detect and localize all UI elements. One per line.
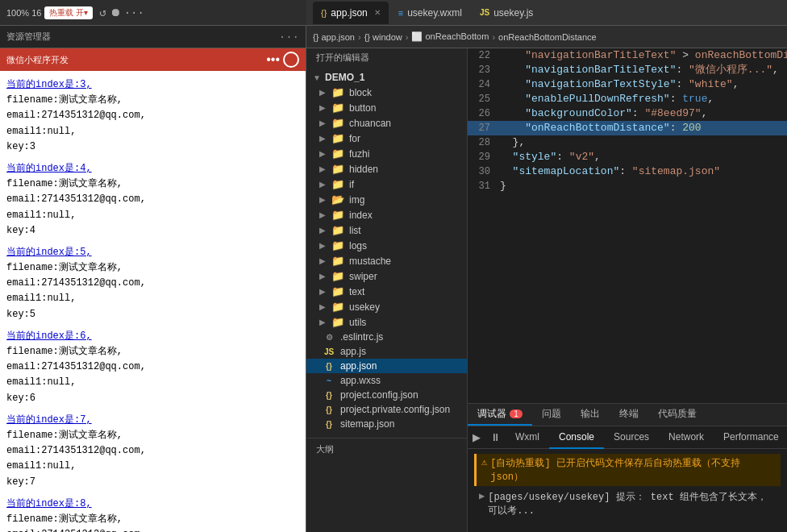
editor-panel: 22 "navigationBarTitleText" > onReachBot…: [468, 48, 787, 532]
debug-tab-network[interactable]: Network: [659, 426, 714, 449]
folder-arrow: ▶: [319, 88, 329, 97]
folder-icon: 📁: [331, 224, 344, 236]
entry-line: filename:测试文章名称,: [6, 512, 299, 527]
tree-folder-button[interactable]: ▶ 📁 button: [306, 100, 467, 115]
breadcrumb-sep3: ›: [492, 32, 495, 42]
tree-folder-block[interactable]: ▶ 📁 block: [306, 85, 467, 100]
stop-icon[interactable]: ⏺: [110, 6, 121, 19]
folder-label: text: [349, 286, 364, 297]
phone-toolbar: 100% 16 热重载 开▾ ↺ ⏺ ···: [0, 0, 306, 25]
tree-folder-mustache[interactable]: ▶ 📁 mustache: [306, 253, 467, 268]
refresh-icon[interactable]: ↺: [99, 6, 106, 19]
breadcrumb-onreachbottom[interactable]: ⬜ onReachBottom: [411, 31, 489, 42]
debug-tab-console[interactable]: Console: [549, 426, 604, 449]
tree-folder-if[interactable]: ▶ 📁 if: [306, 177, 467, 192]
code-area[interactable]: 22 "navigationBarTitleText" > onReachBot…: [468, 48, 787, 403]
code-token-key: "backgroundColor": [525, 107, 632, 119]
sidebar-more-icon[interactable]: ···: [279, 31, 299, 44]
phone-entry-5: 当前的index是:5,filename:测试文章名称,email:271435…: [6, 245, 299, 322]
tree-file--eslintrc.js[interactable]: ⚙ .eslintrc.js: [306, 330, 467, 344]
entry-line: email:2714351312@qq.com,: [6, 443, 299, 459]
tree-file-sitemap-json[interactable]: {} sitemap.json: [306, 417, 467, 431]
debug-tab-sources[interactable]: Sources: [604, 426, 659, 449]
code-token-key: "enablePullDownRefresh": [525, 93, 669, 105]
tab-terminal[interactable]: 终端: [610, 404, 648, 426]
tree-file-project-private.config.json[interactable]: {} project.private.config.json: [306, 402, 467, 417]
tree-folder-chuancan[interactable]: ▶ 📁 chuancan: [306, 115, 467, 131]
tab-usekey-wxml[interactable]: ≡ usekey.wxml: [390, 2, 470, 24]
entry-line: email:2714351312@qq.com,: [6, 360, 299, 375]
folder-icon: 📁: [331, 301, 344, 313]
project-arrow: ▼: [313, 73, 323, 82]
folder-label: index: [349, 210, 373, 221]
toolbar-row: 资源管理器 ··· {} app.json › {} window › ⬜ on…: [0, 26, 787, 48]
console-run-btn[interactable]: ▶: [468, 431, 485, 443]
entry-line: key:6: [6, 391, 299, 406]
entry-line: email:2714351312@qq.com,: [6, 276, 299, 291]
line-number: 31: [468, 179, 500, 193]
tree-folder-fuzhi[interactable]: ▶ 📁 fuzhi: [306, 146, 467, 161]
entry-line[interactable]: 当前的index是:5,: [6, 245, 299, 260]
tree-folder-logs[interactable]: ▶ 📁 logs: [306, 238, 467, 253]
phone-entry-6: 当前的index是:6,filename:测试文章名称,email:271435…: [6, 329, 299, 406]
sidebar-open-editors[interactable]: 打开的编辑器: [306, 48, 467, 67]
code-token-key: "sitemapLocation": [513, 165, 620, 177]
tree-file-app-wxss[interactable]: ~ app.wxss: [306, 373, 467, 388]
code-line-28: 28 },: [468, 135, 787, 150]
entry-line[interactable]: 当前的index是:7,: [6, 413, 299, 428]
tab-output[interactable]: 输出: [571, 404, 610, 426]
tab-quality[interactable]: 代码质量: [648, 404, 706, 426]
tree-folder-text[interactable]: ▶ 📁 text: [306, 284, 467, 299]
debug-tab-wxml[interactable]: Wxml: [506, 426, 549, 449]
tab-usekey-js[interactable]: JS usekey.js: [472, 2, 541, 24]
entry-line: email:2714351312@qq.com,: [6, 108, 299, 123]
breadcrumb-appjson[interactable]: {} app.json: [313, 32, 355, 42]
tree-folder-list[interactable]: ▶ 📁 list: [306, 222, 467, 238]
tree-file-app-json[interactable]: {} app.json: [306, 359, 467, 373]
entry-line[interactable]: 当前的index是:8,: [6, 497, 299, 512]
file-icon: {}: [323, 420, 335, 429]
hot-reload-button[interactable]: 热重载 开▾: [44, 6, 93, 19]
tree-folder-img[interactable]: ▶ 📂 img: [306, 192, 467, 207]
console-stop-btn[interactable]: ⏸: [485, 431, 506, 443]
more-icon[interactable]: ···: [124, 6, 144, 19]
phone-panel: 微信小程序开发 ••• 当前的index是:3,filename:测试文章名称,…: [0, 48, 306, 532]
tree-folder-swiper[interactable]: ▶ 📁 swiper: [306, 268, 467, 284]
breadcrumb-distance: onReachBottomDistance: [498, 32, 597, 42]
folder-icon: 📂: [331, 193, 344, 206]
breadcrumb-sep1: ›: [358, 32, 361, 42]
debug-tab-performance[interactable]: Performance: [714, 426, 787, 449]
entry-line[interactable]: 当前的index是:3,: [6, 77, 299, 93]
tree-folder-index[interactable]: ▶ 📁 index: [306, 207, 467, 222]
breadcrumb-window[interactable]: {} window: [364, 32, 402, 42]
sidebar-outline[interactable]: 大纲: [306, 438, 467, 459]
code-token-punct: [500, 122, 525, 134]
tree-folder-utils[interactable]: ▶ 📁 utils: [306, 314, 467, 330]
info-arrow-icon[interactable]: ▶: [479, 490, 485, 502]
line-number: 22: [468, 48, 500, 63]
code-token-punct: [500, 151, 513, 163]
entry-line[interactable]: 当前的index是:6,: [6, 329, 299, 344]
tree-folder-for[interactable]: ▶ 📁 for: [306, 131, 467, 146]
debugger-badge: 1: [510, 409, 523, 418]
phone-status-left: 微信小程序开发: [6, 54, 69, 66]
folder-arrow: ▶: [319, 241, 329, 250]
code-token-number: 200: [682, 122, 701, 134]
tree-file-project-config.json[interactable]: {} project.config.json: [306, 388, 467, 402]
folder-label: for: [349, 133, 360, 144]
entry-line[interactable]: 当前的index是:4,: [6, 161, 299, 177]
tree-file-app-js[interactable]: JS app.js: [306, 344, 467, 359]
tree-project-root[interactable]: ▼ DEMO_1: [306, 70, 467, 85]
tree-folder-usekey[interactable]: ▶ 📁 usekey: [306, 299, 467, 314]
tab-close-app-json[interactable]: ✕: [374, 8, 381, 17]
folder-arrow: ▶: [319, 195, 329, 204]
folder-arrow: ▶: [319, 149, 329, 158]
tree-folder-hidden[interactable]: ▶ 📁 hidden: [306, 161, 467, 177]
code-line-24: 24 "navigationBarTextStyle": "white",: [468, 77, 787, 92]
tab-debugger[interactable]: 调试器 1: [468, 404, 532, 426]
tab-issues[interactable]: 问题: [532, 404, 571, 426]
file-label: app.js: [340, 346, 366, 357]
tab-app-json[interactable]: {} app.json ✕: [313, 2, 389, 24]
code-token-punct: [500, 107, 525, 119]
entry-line: email1:null,: [6, 291, 299, 306]
